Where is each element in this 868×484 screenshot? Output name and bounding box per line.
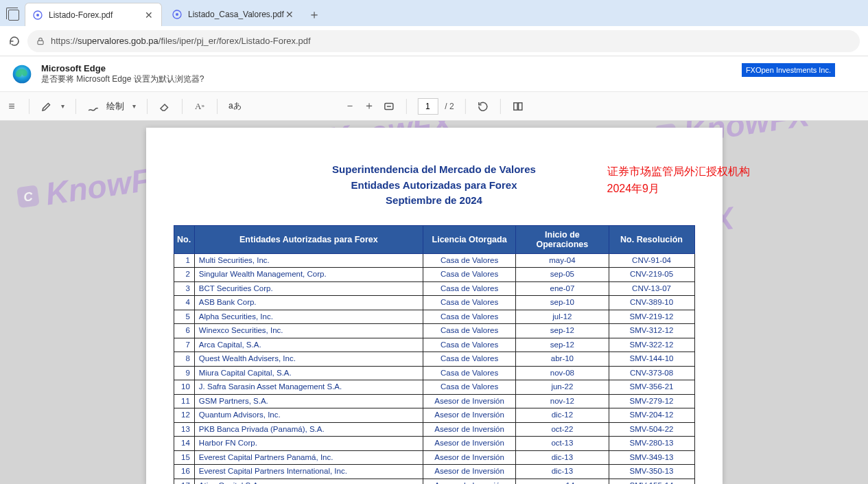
new-tab-button[interactable]: ＋ — [305, 5, 324, 24]
table-row: 7Arca Capital, S.A.Casa de Valoressep-12… — [174, 338, 694, 352]
cell-no: 4 — [174, 296, 194, 310]
cell-entity: Everest Capital Partners Panamá, Inc. — [194, 450, 423, 465]
cell-inicio: sep-10 — [516, 296, 609, 310]
cell-entity: Winexco Securities, Inc. — [194, 324, 423, 338]
cell-no: 2 — [174, 268, 194, 282]
pdf-tab-icon — [172, 9, 183, 20]
reload-icon[interactable] — [8, 35, 21, 47]
cell-no: 11 — [174, 394, 194, 408]
cell-inicio: nov-12 — [516, 394, 609, 408]
cell-resol: CNV-13-07 — [609, 281, 694, 296]
chevron-down-icon[interactable]: ▾ — [132, 102, 136, 110]
svg-rect-9 — [16, 185, 40, 208]
table-row: 10J. Safra Sarasin Asset Management S.A.… — [174, 380, 694, 395]
svg-point-1 — [36, 14, 39, 16]
close-icon[interactable]: ✕ — [284, 9, 295, 20]
cell-licencia: Asesor de Inversión — [423, 394, 515, 408]
tab-inactive[interactable]: Listado_Casa_Valores.pdf ✕ — [165, 3, 302, 26]
cell-entity: Singular Wealth Management, Corp. — [194, 268, 423, 282]
table-row: 5Alpha Securities, Inc.Casa de Valoresju… — [174, 310, 694, 324]
zoom-out-icon[interactable]: － — [344, 100, 356, 113]
close-icon[interactable]: ✕ — [143, 10, 154, 21]
table-row: 12Quantum Advisors, Inc.Asesor de Invers… — [174, 408, 694, 423]
cell-inicio: abr-10 — [516, 352, 609, 367]
cell-licencia: Asesor de Inversión — [423, 450, 515, 465]
cell-inicio: oct-22 — [516, 422, 609, 437]
tab-active[interactable]: Listado-Forex.pdf ✕ — [25, 3, 162, 26]
menu-icon[interactable]: ≡ — [5, 100, 18, 113]
cell-inicio: ago-14 — [516, 479, 609, 484]
cell-licencia: Asesor de Inversión — [423, 437, 515, 451]
cell-entity: GSM Partners, S.A. — [194, 394, 423, 408]
cell-inicio: dic-12 — [516, 408, 609, 423]
pdf-viewer[interactable]: C KnowFX C KnowFX C KnowFX C KnowFX Supe… — [0, 121, 868, 484]
cell-resol: SMV-279-12 — [609, 394, 694, 408]
cell-inicio: sep-12 — [516, 338, 609, 352]
cell-licencia: Casa de Valores — [423, 310, 515, 324]
translate-button[interactable]: aあ — [228, 100, 242, 112]
cell-resol: CNV-373-08 — [609, 366, 694, 380]
page-view-icon[interactable] — [512, 100, 524, 113]
url-protocol: https:// — [51, 36, 78, 46]
col-resol: No. Resolución — [609, 225, 694, 253]
zoom-in-icon[interactable]: ＋ — [363, 100, 375, 113]
table-row: 13PKB Banca Privada (Panamá), S.A.Asesor… — [174, 422, 694, 437]
cell-inicio: nov-08 — [516, 366, 609, 380]
tab-overview-button[interactable] — [8, 10, 25, 26]
table-row: 8Quest Wealth Advisers, Inc.Casa de Valo… — [174, 352, 694, 367]
cell-licencia: Casa de Valores — [423, 366, 515, 380]
edge-default-prompt: Microsoft Edge 是否要将 Microsoft Edge 设置为默认… — [0, 56, 868, 92]
cell-licencia: Casa de Valores — [423, 268, 515, 282]
edge-logo-icon — [11, 63, 33, 85]
red-annotation-line2: 2024年9月 — [607, 181, 750, 198]
url-domain: supervalores.gob.pa — [78, 36, 159, 46]
page-input[interactable] — [417, 98, 438, 115]
cell-no: 3 — [174, 281, 194, 296]
cell-entity: Multi Securities, Inc. — [194, 253, 423, 268]
cell-entity: J. Safra Sarasin Asset Management S.A. — [194, 380, 423, 395]
highlighter-icon[interactable] — [40, 100, 53, 113]
cell-inicio: sep-12 — [516, 324, 609, 338]
cell-licencia: Asesor de Inversión — [423, 408, 515, 423]
page-total: / 2 — [445, 102, 454, 111]
cell-entity: Everest Capital Partners International, … — [194, 465, 423, 479]
pdf-page: Superintendencia del Mercado de Valores … — [146, 128, 723, 484]
chevron-down-icon[interactable]: ▾ — [61, 102, 64, 110]
cell-resol: CNV-91-04 — [609, 253, 694, 268]
table-row: 3BCT Securities Corp.Casa de Valoresene-… — [174, 281, 694, 296]
cell-entity: Alpha Securities, Inc. — [194, 310, 423, 324]
cell-resol: SMV-155-14 — [609, 479, 694, 484]
cell-no: 7 — [174, 338, 194, 352]
cell-licencia: Casa de Valores — [423, 380, 515, 395]
pdf-tab-icon — [32, 10, 43, 21]
erase-icon[interactable] — [159, 100, 171, 113]
red-annotation-line1: 证券市场监管局外汇授权机构 — [607, 163, 750, 181]
cell-resol: SMV-280-13 — [609, 437, 694, 451]
pdf-toolbar: ≡ ▾ 绘制 ▾ A» aあ － ＋ / 2 — [0, 92, 868, 121]
cell-inicio: sep-05 — [516, 268, 609, 282]
draw-label[interactable]: 绘制 — [106, 100, 124, 113]
svg-point-5 — [13, 65, 32, 83]
cell-entity: Arca Capital, S.A. — [194, 338, 423, 352]
cell-entity: ASB Bank Corp. — [194, 296, 423, 310]
cell-no: 5 — [174, 310, 194, 324]
cell-resol: SMV-356-21 — [609, 380, 694, 395]
edge-prompt-title: Microsoft Edge — [41, 63, 204, 73]
url-text: https://supervalores.gob.pa/files/iper/p… — [51, 36, 311, 46]
tab-overview-icon — [8, 10, 19, 21]
cell-licencia: Casa de Valores — [423, 338, 515, 352]
address-bar[interactable]: https://supervalores.gob.pa/files/iper/p… — [27, 30, 860, 52]
cell-inicio: ene-07 — [516, 281, 609, 296]
table-row: 4ASB Bank Corp.Casa de Valoressep-10CNV-… — [174, 296, 694, 310]
cell-entity: Ativa Capital S.A. — [194, 479, 423, 484]
cell-inicio: dic-13 — [516, 465, 609, 479]
cell-licencia: Casa de Valores — [423, 352, 515, 367]
cell-entity: Miura Capital Capital, S.A. — [194, 366, 423, 380]
table-row: 9Miura Capital Capital, S.A.Casa de Valo… — [174, 366, 694, 380]
cell-no: 16 — [174, 465, 194, 479]
fit-width-icon[interactable] — [382, 100, 395, 113]
rotate-icon[interactable] — [477, 100, 489, 113]
draw-icon[interactable] — [87, 100, 99, 113]
text-size-icon[interactable]: A» — [193, 100, 206, 113]
col-licencia: Licencia Otorgada — [423, 225, 515, 253]
